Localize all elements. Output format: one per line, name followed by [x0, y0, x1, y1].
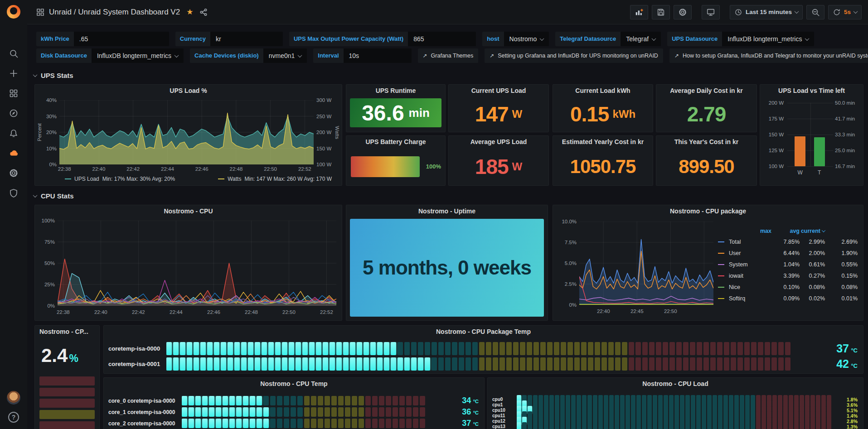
led-cell	[601, 357, 607, 371]
led-cell	[598, 422, 603, 429]
link-telegraf-setup-guide[interactable]: ↗How to setup Grafana, InfluxDB and Tele…	[669, 48, 868, 63]
panel-title[interactable]: Nostromo - CPU Temp	[104, 378, 484, 390]
legend-row-iowait[interactable]: iowait 3.39% 0.27% 0.15%	[718, 270, 859, 281]
row-ups-stats[interactable]: UPS Stats	[34, 72, 73, 79]
led-cell	[364, 357, 369, 371]
panel-title[interactable]: Nostromo - CPU Load	[488, 378, 863, 390]
cpu-package-chart[interactable]	[579, 222, 713, 305]
legend-row-softirq[interactable]: Softirq 0.09% 0.02% 0.01%	[718, 293, 859, 304]
panel-ups-load: UPS Load % Percent Watts 40%30%20%10%0% …	[34, 84, 342, 186]
dashboard-settings-button[interactable]	[674, 5, 692, 19]
panel-title[interactable]: Nostromo - CPU Package Temp	[104, 326, 863, 337]
ups-max-input[interactable]: 865	[408, 32, 476, 46]
disk-datasource-select[interactable]: InfluxDB longterm_metrics	[92, 48, 184, 63]
panel-title[interactable]: Current Load kWh	[553, 85, 653, 96]
dashboard-grid-icon[interactable]	[36, 8, 44, 16]
ups-load-chart[interactable]	[59, 100, 314, 164]
axis-tick: 0%	[49, 162, 57, 167]
led-cell	[547, 342, 553, 355]
panel-title[interactable]: Nostromo - Uptime	[346, 205, 548, 217]
axis-tick: 22:45	[630, 308, 644, 314]
grafana-logo[interactable]	[7, 5, 20, 19]
currency-input[interactable]: kr	[210, 32, 283, 46]
legend-row-system[interactable]: System 1.04% 0.61% 0.55%	[718, 259, 859, 270]
panel-title[interactable]: Current UPS Load	[449, 85, 548, 96]
page-title[interactable]: Unraid / Unraid System Dashboard V2	[49, 8, 180, 17]
configuration-gear-icon[interactable]	[9, 168, 19, 178]
led-cell	[729, 422, 733, 429]
legend-header-avg[interactable]: avg	[771, 228, 800, 234]
kwh-price-input[interactable]: .65	[74, 32, 169, 46]
legend-header-max[interactable]: max	[718, 228, 771, 234]
legend-row-user[interactable]: User 6.44% 2.00% 1.90%	[718, 247, 859, 259]
chevron-down-icon	[298, 53, 302, 58]
save-dashboard-button[interactable]	[652, 5, 670, 19]
stat-value: 185	[475, 154, 509, 179]
panel-title[interactable]: Average UPS Load	[449, 136, 548, 148]
explore-compass-icon[interactable]	[9, 108, 19, 118]
led-cell	[656, 357, 661, 371]
led-cell	[234, 357, 240, 371]
help-icon[interactable]: ?	[8, 412, 19, 423]
stat-unit: %	[69, 352, 78, 365]
link-grafana-themes[interactable]: ↗Grafana Themes	[418, 48, 479, 63]
interval-input[interactable]: 10s	[344, 48, 412, 63]
panel-title[interactable]: This Year's Cost in kr	[656, 136, 756, 148]
led-cell	[785, 342, 790, 355]
panel-title[interactable]: UPS Battery Charge	[346, 136, 445, 148]
panel-title[interactable]: UPS Load %	[35, 85, 342, 96]
zoom-out-button[interactable]	[806, 5, 824, 19]
add-panel-button[interactable]	[630, 5, 648, 19]
row-cpu-stats[interactable]: CPU Stats	[34, 192, 74, 200]
cpu-chart[interactable]	[58, 221, 336, 306]
led-cell	[338, 396, 344, 405]
led-cell	[642, 357, 648, 371]
legend-header-current[interactable]: current	[800, 228, 825, 234]
create-plus-icon[interactable]	[9, 68, 19, 78]
search-icon[interactable]	[9, 48, 19, 58]
share-icon[interactable]	[199, 8, 208, 16]
panel-title[interactable]: Nostromo - CPU package	[553, 205, 863, 217]
led-cell	[479, 342, 485, 355]
led-cell	[275, 357, 281, 371]
panel-title[interactable]: UPS Load vs Time left	[760, 85, 863, 96]
led-cell	[506, 357, 512, 371]
dashboards-icon[interactable]	[9, 88, 19, 98]
cloud-plugin-icon[interactable]	[9, 148, 19, 158]
led-cell	[379, 419, 384, 428]
led-cell	[399, 407, 405, 417]
favorite-star-icon[interactable]: ★	[186, 7, 193, 17]
panel-title[interactable]: UPS Runtime	[346, 85, 445, 96]
panel-title[interactable]: Nostromo - CP...	[35, 326, 99, 337]
axis-tick: 22:42	[132, 309, 145, 315]
legend-row-nice[interactable]: Nice 0.10% 0.08% 0.08%	[718, 281, 859, 293]
legend-watts[interactable]: Watts Min: 147 W Max: 260 W Avg: 170 W	[218, 176, 332, 182]
legend-ups-load[interactable]: UPS Load Min: 17% Max: 30% Avg: 20%	[65, 176, 175, 182]
legend-row-total[interactable]: Total 7.85% 2.99% 2.69%	[718, 236, 859, 247]
led-cell	[202, 407, 208, 417]
led-cell	[223, 407, 228, 417]
led-cell	[309, 342, 315, 355]
panel-title[interactable]: Average Daily Cost in kr	[656, 85, 756, 96]
kiosk-mode-button[interactable]	[702, 5, 720, 19]
led-cell	[737, 357, 743, 371]
telegraf-datasource-select[interactable]: Telegraf	[621, 32, 661, 46]
row-label: core_2 coretemp-isa-0000	[108, 420, 177, 427]
panel-title[interactable]: Estimated Yearly Cost in kr	[553, 136, 653, 148]
axis-tick: 10%	[46, 146, 57, 151]
time-range-picker[interactable]: Last 15 minutes	[730, 5, 803, 19]
collapse-chevron-icon	[33, 193, 38, 198]
ups-datasource-select[interactable]: InfluxDB longterm_metrics	[722, 32, 814, 46]
admin-shield-icon[interactable]	[9, 188, 19, 198]
link-ups-monitoring-guide[interactable]: ↗Setting up Grafana and InfluxDB for UPS…	[485, 48, 663, 63]
led-cell	[413, 419, 418, 428]
refresh-button[interactable]: 5s	[828, 5, 862, 19]
led-cell	[676, 342, 682, 355]
user-avatar[interactable]	[7, 391, 20, 405]
panel-ups-battery-charge: UPS Battery Charge 100%	[346, 135, 446, 186]
ups-bar-chart[interactable]: WT	[787, 103, 833, 166]
cache-devices-select[interactable]: nvme0n1	[263, 48, 307, 63]
alerting-bell-icon[interactable]	[9, 128, 19, 138]
panel-title[interactable]: Nostromo - CPU	[35, 205, 342, 217]
host-select[interactable]: Nostromo	[504, 32, 549, 46]
